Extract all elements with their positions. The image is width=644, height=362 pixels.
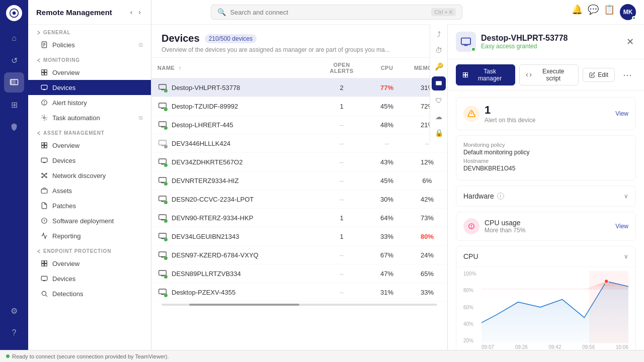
- device-cpu: 33%: [367, 227, 407, 246]
- overview-asset-icon: [40, 141, 48, 149]
- bell-icon[interactable]: 📋: [604, 4, 615, 20]
- svg-rect-63: [159, 196, 167, 201]
- device-alerts: --: [316, 171, 367, 190]
- table-row[interactable]: DEVNRTERZ9334-HIZ -- 45% 6%: [151, 171, 447, 190]
- col-name[interactable]: NAME ↑: [151, 58, 316, 78]
- nav-item-assets[interactable]: Assets: [28, 183, 151, 198]
- app-title: Remote Management: [36, 8, 112, 17]
- device-name: DESN97-KZERD-6784-VXYQ: [172, 251, 259, 259]
- nav-item-patches[interactable]: Patches: [28, 198, 151, 213]
- alert-view-button[interactable]: View: [615, 110, 628, 117]
- home-icon[interactable]: ⌂: [4, 28, 24, 48]
- device-alerts: 1: [316, 227, 367, 246]
- remote-icon[interactable]: [4, 72, 24, 93]
- more-options-button[interactable]: ⋯: [619, 67, 636, 82]
- table-row[interactable]: DEV3446HLLLK424 -- -- --: [151, 134, 447, 153]
- nav-item-overview-asset[interactable]: Overview: [28, 138, 151, 153]
- device-alerts: 2: [316, 78, 367, 97]
- edit-button[interactable]: Edit: [583, 68, 615, 82]
- nav-forward-button[interactable]: ›: [136, 7, 143, 17]
- user-avatar[interactable]: MK: [620, 4, 636, 20]
- device-alerts: --: [316, 246, 367, 264]
- device-name-cell: Desktop-PZEXV-4355: [151, 283, 316, 302]
- table-row[interactable]: DESN20-CCVC-2234-LPOT -- 30% 42%: [151, 190, 447, 209]
- info-row-2: Hostname DEVNBKBRE1O45: [463, 158, 628, 172]
- grid-icon[interactable]: ⊞: [4, 95, 24, 115]
- help-icon[interactable]: ?: [4, 323, 24, 343]
- device-cpu: 45%: [367, 97, 407, 116]
- table-row[interactable]: DEVN90-RTERZ-9334-HKP 1 64% 73%: [151, 209, 447, 227]
- cpu-graph-header[interactable]: CPU ∨: [456, 246, 635, 267]
- svg-rect-51: [159, 122, 167, 126]
- nav-item-policies[interactable]: Policies ⧉: [28, 37, 151, 52]
- cpu-view-button[interactable]: View: [615, 223, 628, 230]
- execute-script-button[interactable]: Execute script: [519, 64, 579, 85]
- table-row[interactable]: DEV34LGEUIBN21343 1 33% 80%: [151, 227, 447, 246]
- nav-item-devices-asset[interactable]: Devices: [28, 153, 151, 168]
- detail-close-button[interactable]: ✕: [624, 34, 636, 49]
- device-name-cell: Destop-LHRERT-445: [151, 116, 316, 134]
- notifications-icon[interactable]: 🔔: [572, 4, 583, 20]
- cpu-graph-chevron-icon: ∨: [624, 253, 628, 260]
- nav-item-overview-mon[interactable]: Overview: [28, 65, 151, 80]
- device-name-cell: DEV34LGEUIBN21343: [151, 227, 316, 246]
- right-panel-body: 1 Alert on this device View Monitoring p…: [448, 91, 644, 362]
- nav-general-collapse[interactable]: GENERAL: [28, 25, 151, 37]
- graph-container: 100% 80% 60% 40% 20%: [456, 267, 635, 357]
- task-manager-button[interactable]: Task manager: [456, 64, 515, 85]
- search-input[interactable]: [230, 9, 427, 16]
- device-name: Destop-LHRERT-445: [172, 121, 233, 129]
- nav-endpoint-collapse[interactable]: ENDPOINT PROTECTION: [28, 243, 151, 256]
- nav-item-task-automation[interactable]: Task automation ⧉: [28, 110, 151, 125]
- y-label-100: 100%: [463, 271, 476, 277]
- device-memory: 12%: [407, 153, 447, 171]
- device-memory: 33%: [407, 283, 447, 302]
- info-row-1: Monitoring policy Default monitoring pol…: [463, 142, 628, 156]
- messages-icon[interactable]: 💬: [588, 4, 599, 20]
- svg-point-18: [44, 104, 45, 105]
- device-row-icon: [157, 138, 168, 148]
- alert-triangle-icon: [463, 106, 479, 122]
- status-dot: [6, 354, 10, 358]
- nav-item-reporting[interactable]: Reporting: [28, 228, 151, 243]
- overview-icon: [40, 68, 48, 76]
- alert-label: Alert on this device: [485, 117, 535, 124]
- table-row[interactable]: Destop-LHRERT-445 -- 48% 21%: [151, 116, 447, 134]
- nav-item-alert-history[interactable]: Alert history: [28, 95, 151, 110]
- info-section: Monitoring policy Default monitoring pol…: [456, 135, 636, 180]
- device-row-icon: [157, 82, 168, 93]
- device-row-icon: [157, 250, 168, 260]
- nav-item-software-deployment[interactable]: Software deployment: [28, 213, 151, 228]
- nav-item-overview-ep[interactable]: Overview: [28, 256, 151, 271]
- device-detail-header: Destop-VHLPRT-53778 Easy access granted …: [448, 25, 644, 59]
- nav-header: Remote Management ‹ ›: [28, 0, 151, 25]
- nav-monitoring-collapse[interactable]: MONITORING: [28, 52, 151, 65]
- device-row-icon: [157, 268, 168, 279]
- nav-item-detections[interactable]: Detections: [28, 286, 151, 301]
- svg-rect-9: [42, 70, 44, 72]
- refresh-icon[interactable]: ↺: [4, 50, 24, 70]
- table-row[interactable]: DESN89PLLRTZVB334 -- 47% 65%: [151, 264, 447, 283]
- table-row[interactable]: DESN97-KZERD-6784-VXYQ -- 67% 24%: [151, 246, 447, 264]
- monitoring-policy-label: Monitoring policy: [463, 142, 628, 148]
- table-row[interactable]: Destop-TZUIDF-89992 1 45% 72%: [151, 97, 447, 116]
- shield-icon[interactable]: [4, 117, 24, 137]
- nav-item-devices-mon[interactable]: Devices: [28, 80, 151, 95]
- task-ext-icon: ⧉: [139, 115, 143, 121]
- nav-item-network-discovery[interactable]: Network discovery: [28, 168, 151, 183]
- policies-icon: [40, 41, 48, 49]
- svg-point-43: [42, 291, 46, 295]
- device-memory: 24%: [407, 246, 447, 264]
- table-row[interactable]: DEV34ZDHKRTE567O2 -- 43% 12%: [151, 153, 447, 171]
- table-row[interactable]: Desktop-PZEXV-4355 -- 31% 33%: [151, 283, 447, 302]
- status-dot: [164, 126, 168, 130]
- svg-rect-22: [42, 146, 44, 148]
- search-container[interactable]: 🔍 Ctrl + K: [211, 5, 462, 20]
- hardware-header[interactable]: Hardware i ∨: [456, 186, 635, 206]
- nav-asset-collapse[interactable]: ASSET MANAGEMENT: [28, 125, 151, 138]
- nav-item-devices-ep[interactable]: Devices: [28, 271, 151, 286]
- device-name: Destop-TZUIDF-89992: [172, 103, 238, 110]
- nav-back-button[interactable]: ‹: [128, 7, 135, 17]
- settings-icon[interactable]: ⚙: [4, 301, 24, 321]
- table-row[interactable]: Destop-VHLPRT-53778 2 77% 31%: [151, 78, 447, 97]
